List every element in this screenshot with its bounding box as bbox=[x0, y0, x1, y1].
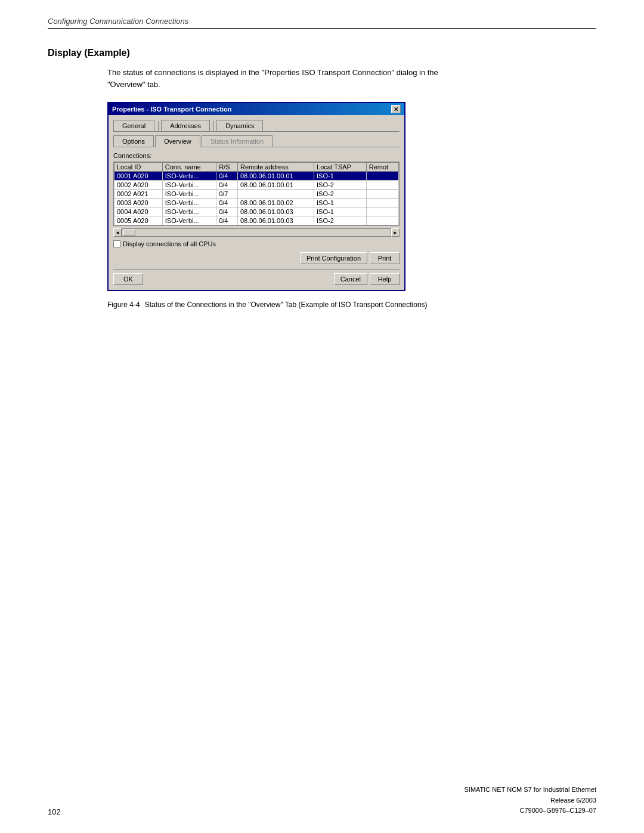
col-local-id: Local ID bbox=[114, 163, 163, 172]
page-footer: 102 SIMATIC NET NCM S7 for Industrial Et… bbox=[48, 785, 596, 816]
table-cell-5-5 bbox=[366, 216, 398, 225]
footer-release: Release 6/2003 bbox=[465, 795, 597, 806]
table-cell-2-1: ISO-Verbi... bbox=[162, 190, 216, 199]
col-remote-address: Remote address bbox=[237, 163, 314, 172]
header-line bbox=[48, 28, 596, 29]
table-cell-0-0: 0001 A020 bbox=[114, 172, 163, 181]
print-buttons-row: Print Configuration Print bbox=[113, 252, 400, 264]
dialog-body: General Addresses Dynamics Options Overv… bbox=[109, 115, 404, 290]
dialog-container: Properties - ISO Transport Connection ✕ … bbox=[107, 102, 405, 291]
table-cell-3-5 bbox=[366, 199, 398, 208]
table-cell-3-2: 0/4 bbox=[216, 199, 238, 208]
table-row: 0002 A021ISO-Verbi...0/7ISO-2 bbox=[114, 190, 399, 199]
intro-text: The status of connections is displayed i… bbox=[107, 67, 441, 90]
table-row: 0003 A020ISO-Verbi...0/408.00.06.01.00.0… bbox=[114, 199, 399, 208]
table-row: 0005 A020ISO-Verbi...0/408.00.06.01.00.0… bbox=[114, 216, 399, 225]
scrollbar-thumb[interactable] bbox=[123, 230, 135, 236]
tabs-row-2: Options Overview Status Information bbox=[113, 135, 400, 147]
horizontal-scrollbar[interactable]: ◄ ► bbox=[113, 228, 400, 237]
footer-product: SIMATIC NET NCM S7 for Industrial Ethern… bbox=[465, 785, 597, 795]
table-cell-0-1: ISO-Verbi... bbox=[162, 172, 216, 181]
scrollbar-track bbox=[122, 228, 391, 237]
table-cell-2-4: ISO-2 bbox=[314, 190, 367, 199]
footer-info: SIMATIC NET NCM S7 for Industrial Ethern… bbox=[465, 785, 597, 816]
scrollbar-left-button[interactable]: ◄ bbox=[113, 228, 122, 237]
tab-options[interactable]: Options bbox=[113, 135, 154, 147]
table-cell-2-0: 0002 A021 bbox=[114, 190, 163, 199]
table-cell-3-0: 0003 A020 bbox=[114, 199, 163, 208]
table-cell-0-3: 08.00.06.01.00.01 bbox=[237, 172, 314, 181]
dialog-close-button[interactable]: ✕ bbox=[391, 105, 401, 113]
page-content: Display (Example) The status of connecti… bbox=[48, 48, 596, 309]
print-button[interactable]: Print bbox=[370, 252, 400, 264]
table-cell-2-2: 0/7 bbox=[216, 190, 238, 199]
table-cell-1-1: ISO-Verbi... bbox=[162, 181, 216, 190]
display-all-cpus-checkbox[interactable] bbox=[113, 240, 120, 247]
scrollbar-right-button[interactable]: ► bbox=[391, 228, 400, 237]
table-cell-1-2: 0/4 bbox=[216, 181, 238, 190]
table-cell-1-3: 08.00.06.01.00.01 bbox=[237, 181, 314, 190]
checkbox-label: Display connections of all CPUs bbox=[123, 240, 216, 247]
header-title: Configuring Communication Connections bbox=[48, 17, 596, 26]
table-cell-5-0: 0005 A020 bbox=[114, 216, 163, 225]
figure-number: Figure 4-4 bbox=[107, 301, 140, 309]
dialog-window: Properties - ISO Transport Connection ✕ … bbox=[107, 102, 405, 291]
tab-separator-2 bbox=[213, 121, 214, 131]
ok-button[interactable]: OK bbox=[113, 273, 143, 285]
table-cell-2-5 bbox=[366, 190, 398, 199]
table-header-row: Local ID Conn. name R/S Remote address L… bbox=[114, 163, 399, 172]
table-cell-0-2: 0/4 bbox=[216, 172, 238, 181]
dialog-titlebar: Properties - ISO Transport Connection ✕ bbox=[109, 103, 404, 115]
table-cell-4-3: 08.00.06.01.00.03 bbox=[237, 208, 314, 216]
tab-general[interactable]: General bbox=[113, 120, 154, 131]
table-cell-3-4: ISO-1 bbox=[314, 199, 367, 208]
table-cell-0-5 bbox=[366, 172, 398, 181]
connections-table: Local ID Conn. name R/S Remote address L… bbox=[114, 162, 399, 225]
footer-right: Cancel Help bbox=[334, 273, 400, 285]
table-cell-5-1: ISO-Verbi... bbox=[162, 216, 216, 225]
dialog-title: Properties - ISO Transport Connection bbox=[112, 106, 231, 113]
page-number: 102 bbox=[48, 807, 61, 816]
help-button[interactable]: Help bbox=[370, 273, 400, 285]
table-cell-4-4: ISO-1 bbox=[314, 208, 367, 216]
connections-label: Connections: bbox=[113, 152, 400, 159]
tab-overview[interactable]: Overview bbox=[155, 135, 200, 147]
table-cell-4-0: 0004 A020 bbox=[114, 208, 163, 216]
table-cell-3-1: ISO-Verbi... bbox=[162, 199, 216, 208]
cancel-button[interactable]: Cancel bbox=[334, 273, 367, 285]
dialog-footer: OK Cancel Help bbox=[113, 269, 400, 285]
col-rs: R/S bbox=[216, 163, 238, 172]
table-cell-1-5 bbox=[366, 181, 398, 190]
table-cell-1-4: ISO-2 bbox=[314, 181, 367, 190]
figure-caption-text: Status of the Connections in the "Overvi… bbox=[145, 301, 428, 309]
table-cell-4-5 bbox=[366, 208, 398, 216]
table-cell-2-3 bbox=[237, 190, 314, 199]
table-row: 0001 A020ISO-Verbi...0/408.00.06.01.00.0… bbox=[114, 172, 399, 181]
col-local-tsap: Local TSAP bbox=[314, 163, 367, 172]
tabs-row-1: General Addresses Dynamics bbox=[113, 120, 400, 132]
table-cell-3-3: 08.00.06.01.00.02 bbox=[237, 199, 314, 208]
footer-doc-number: C79000–G8976–C129–07 bbox=[465, 806, 597, 816]
tab-separator bbox=[158, 121, 159, 131]
col-conn-name: Conn. name bbox=[162, 163, 216, 172]
table-cell-5-4: ISO-2 bbox=[314, 216, 367, 225]
table-cell-0-4: ISO-1 bbox=[314, 172, 367, 181]
tab-addresses[interactable]: Addresses bbox=[161, 120, 210, 131]
col-remot: Remot bbox=[366, 163, 398, 172]
table-cell-4-1: ISO-Verbi... bbox=[162, 208, 216, 216]
figure-caption: Figure 4-4 Status of the Connections in … bbox=[107, 301, 596, 309]
print-configuration-button[interactable]: Print Configuration bbox=[300, 252, 367, 264]
table-row: 0004 A020ISO-Verbi...0/408.00.06.01.00.0… bbox=[114, 208, 399, 216]
footer-left: OK bbox=[113, 273, 143, 285]
table-cell-4-2: 0/4 bbox=[216, 208, 238, 216]
table-cell-5-2: 0/4 bbox=[216, 216, 238, 225]
page-header: Configuring Communication Connections bbox=[48, 17, 596, 29]
table-cell-1-0: 0002 A020 bbox=[114, 181, 163, 190]
tab-status-information[interactable]: Status Information bbox=[202, 135, 273, 147]
connections-table-wrapper: Local ID Conn. name R/S Remote address L… bbox=[113, 162, 400, 226]
section-title: Display (Example) bbox=[48, 48, 596, 58]
checkbox-row: Display connections of all CPUs bbox=[113, 240, 400, 247]
table-row: 0002 A020ISO-Verbi...0/408.00.06.01.00.0… bbox=[114, 181, 399, 190]
table-cell-5-3: 08.00.06.01.00.03 bbox=[237, 216, 314, 225]
tab-dynamics[interactable]: Dynamics bbox=[216, 120, 263, 131]
